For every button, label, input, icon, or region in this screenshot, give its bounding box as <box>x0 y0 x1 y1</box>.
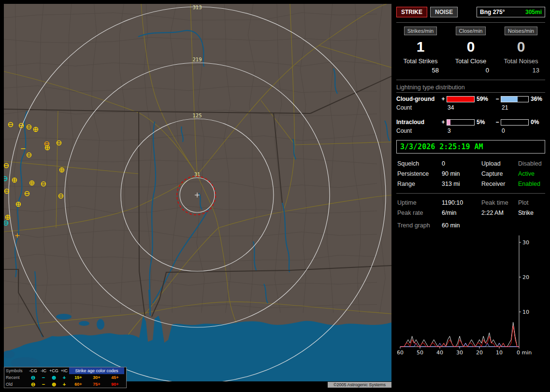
range-ring-label: 125 <box>192 113 202 118</box>
x-tick-label: 30 <box>456 350 463 356</box>
ic-negative-count: 0 <box>501 127 529 134</box>
cg-positive-bar <box>447 96 475 102</box>
divider <box>396 80 545 80</box>
divider <box>396 92 545 93</box>
receiver-status: Enabled <box>518 181 544 187</box>
age-15: 15+ <box>69 374 87 381</box>
x-tick-label: 50 <box>417 350 423 356</box>
distribution-table: Cloud-ground + 59% − 36% Count 34 21 Int… <box>396 96 545 134</box>
stats-table: Uptime 1190:10 Peak time Plot Peak rate … <box>397 199 544 216</box>
legend-row-recent: Recent <box>4 374 28 381</box>
recent-neg-ic-icon: − <box>39 374 48 381</box>
distribution-title: Lightning type distribution <box>396 84 545 91</box>
y-tick-label: 30 <box>522 239 529 246</box>
total-strikes-label: Total Strikes <box>395 57 446 65</box>
strike-symbol <box>13 178 17 182</box>
range-ring-label: 313 <box>192 5 202 10</box>
range-ring-label: 219 <box>192 57 202 62</box>
trend-series-noises <box>400 343 519 347</box>
control-panel: STRIKE NOISE Bng 275° 305mi Strikes/min … <box>395 4 546 388</box>
range-label: Range <box>397 181 442 187</box>
legend-col-nic: -IC <box>39 367 48 374</box>
age-30: 30+ <box>87 374 106 381</box>
strike-symbol <box>30 181 34 185</box>
divider <box>396 193 545 194</box>
total-strikes-value: 58 <box>395 67 446 74</box>
uptime-label: Uptime <box>397 199 442 206</box>
old-pos-cg-icon: ⊕ <box>48 381 59 388</box>
cg-negative-pct: 36% <box>529 96 545 102</box>
divider <box>396 22 545 23</box>
bearing-label: Bng 275° <box>480 9 505 15</box>
noises-per-min-value: 0 <box>496 37 546 56</box>
old-neg-cg-icon: ⊖ <box>28 381 39 388</box>
map-canvas[interactable]: 31321912531 <box>4 4 391 381</box>
x-tick-label: 20 <box>476 350 483 356</box>
app-window: { "map": { "center": {"x": 400, "y": 396… <box>0 0 550 392</box>
strike-button[interactable]: STRIKE <box>396 7 427 17</box>
ic-negative-pct: 0% <box>529 119 545 126</box>
strikes-per-min-value: 1 <box>395 37 446 56</box>
copyright-label: ©2005 Astrogenic Systems <box>328 382 391 388</box>
strikes-per-min-badge[interactable]: Strikes/min <box>404 27 437 35</box>
x-tick-label: 0 min <box>517 350 532 356</box>
range-value: 313 mi <box>442 181 481 187</box>
ic-negative-bar <box>501 119 529 126</box>
receiver-label: Receiver <box>481 181 518 187</box>
plus-sign: + <box>440 96 447 102</box>
noises-per-min-badge[interactable]: Noises/min <box>505 27 537 35</box>
age-45: 45+ <box>106 374 124 381</box>
minus-sign: − <box>494 96 501 102</box>
squelch-value: 0 <box>442 160 481 167</box>
plot-label: Plot <box>518 199 544 206</box>
trend-graph-label: Trend graph <box>397 222 442 229</box>
cg-positive-pct: 59% <box>475 96 494 102</box>
x-tick-label: 60 <box>397 350 404 356</box>
close-per-min-value: 0 <box>446 37 496 56</box>
x-tick-label: 10 <box>496 350 503 356</box>
bearing-distance: 305mi <box>525 9 542 15</box>
persistence-label: Persistence <box>397 170 442 177</box>
age-60: 60+ <box>69 381 87 388</box>
total-noises-label: Total Noises <box>496 57 546 65</box>
ic-positive-bar <box>447 119 475 126</box>
legend-row-old: Old <box>4 381 28 388</box>
cg-positive-count: 34 <box>447 104 475 111</box>
status-table: Squelch 0 Upload Disabled Persistence 90… <box>397 160 544 187</box>
peak-rate-value: 6/min <box>442 210 481 216</box>
upload-status: Disabled <box>518 160 544 167</box>
intracloud-label: Intracloud <box>396 119 440 126</box>
close-per-min-badge[interactable]: Close/min <box>456 27 486 35</box>
trend-graph-value: 60 min <box>442 222 544 229</box>
ic-positive-pct: 5% <box>475 119 494 126</box>
noise-button[interactable]: NOISE <box>430 7 458 17</box>
datetime-value: 3/3/2026 2:25:19 AM <box>400 142 483 151</box>
strike-symbol <box>6 215 10 220</box>
legend-age-title: Strike age color codes <box>69 367 124 374</box>
total-close-label: Total Close <box>446 57 496 65</box>
peak-time-label: Peak time <box>481 199 518 206</box>
persistence-value: 90 min <box>442 170 481 177</box>
age-75: 75+ <box>87 381 106 388</box>
ic-positive-count: 3 <box>447 127 475 134</box>
legend-col-pic: +IC <box>59 367 69 374</box>
y-tick-label: 20 <box>522 274 529 280</box>
legend-col-pcg: +CG <box>48 367 59 374</box>
peak-rate-label: Peak rate <box>397 210 442 216</box>
strike-symbol <box>60 168 64 172</box>
count-label: Count <box>396 127 440 134</box>
minus-sign: − <box>494 119 501 126</box>
recent-neg-cg-icon: ⊖ <box>28 374 39 381</box>
plus-sign: + <box>440 119 447 126</box>
strike-symbol <box>16 202 21 207</box>
bearing-readout: Bng 275° 305mi <box>477 7 545 17</box>
recent-pos-ic-icon: + <box>59 374 69 381</box>
cloud-ground-label: Cloud-ground <box>396 96 440 102</box>
total-noises-value: 13 <box>496 67 546 74</box>
map-area[interactable]: 31321912531 ©2005 Astrogenic Systems Sym… <box>4 4 391 388</box>
uptime-value: 1190:10 <box>442 199 481 206</box>
cg-negative-count: 21 <box>501 104 529 111</box>
cg-negative-bar <box>501 96 529 102</box>
squelch-label: Squelch <box>397 160 442 167</box>
upload-label: Upload <box>481 160 518 167</box>
